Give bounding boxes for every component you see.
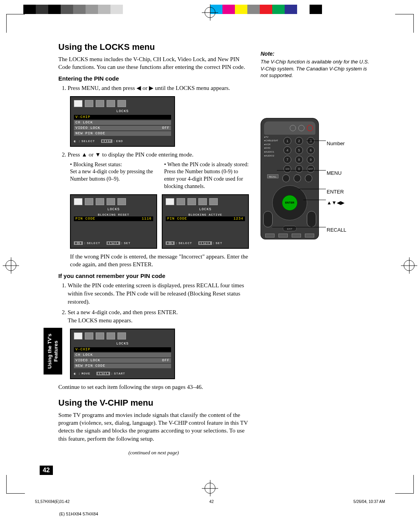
registration-mark	[5, 260, 16, 271]
osd-footer: 0~9:SELECT ENTER:SET	[74, 241, 131, 245]
note-body: The V-Chip function is available only fo…	[261, 58, 369, 79]
forgot-step-2: Set a new 4-digit code, and then press E…	[68, 308, 249, 325]
page-number: 42	[40, 466, 53, 475]
crop-mark	[6, 475, 25, 494]
osd-title: LOCKS	[74, 342, 171, 346]
registration-mark	[404, 260, 415, 271]
osd-title: LOCKS	[166, 207, 245, 211]
osd-value: OFF	[162, 126, 170, 130]
heading-vchip: Using the V-CHIP menu	[58, 398, 249, 408]
heading-enter-pin: Entering the PIN code	[58, 75, 249, 82]
osd-item: CH LOCK	[75, 353, 93, 357]
two-column-notes: Blocking Reset status:Set a new 4-digit …	[70, 161, 249, 191]
osd-item: NEW PIN CODE	[75, 364, 105, 368]
osd-title: LOCKS	[74, 207, 153, 211]
osd-item: PIN CODE	[75, 217, 95, 221]
color-bar	[23, 5, 334, 14]
page-content: Using the TV'sFeatures Using the LOCKS m…	[58, 42, 366, 470]
callout-number: Number	[327, 141, 345, 146]
step-1: Press MENU, and then press ◀ or ▶ until …	[68, 84, 249, 92]
callout-enter: ENTER	[327, 189, 344, 195]
heading-forgot-pin: If you cannot remember your PIN code	[58, 273, 249, 279]
osd-subtitle: BLOCKING RESET	[74, 213, 153, 216]
note-block: Note: The V-Chip function is available o…	[261, 51, 369, 79]
callout-recall: RECALL	[327, 227, 346, 233]
osd-blocking-active: LOCKS BLOCKING ACTIVE PIN CODE1234 0~9:S…	[162, 194, 249, 249]
osd-footer: ◐ :SELECT EXIT:END	[74, 139, 123, 143]
osd-item: VIDEO LOCK	[75, 126, 100, 130]
power-button-icon	[307, 125, 313, 131]
osd-item: VIDEO LOCK	[75, 359, 100, 362]
callout-menu: MENU	[327, 170, 341, 176]
locks-intro: The LOCKS menu includes the V-Chip, CH L…	[58, 55, 249, 71]
continued-note: (continued on next page)	[58, 450, 249, 456]
section-tab: Using the TV'sFeatures	[44, 328, 62, 375]
vchip-intro: Some TV programs and movies include sign…	[58, 411, 249, 443]
crop-mark	[395, 14, 414, 33]
enter-button-icon: ENTER	[282, 195, 298, 211]
osd-item: CH LOCK	[75, 121, 93, 125]
registration-mark	[205, 7, 215, 18]
osd-locks-menu-2: LOCKS V-CHIP CH LOCK VIDEO LOCKOFF NEW P…	[70, 329, 175, 379]
osd-value: OFF	[162, 359, 170, 362]
remote-illustration: ●TV●CABLE/SAT●VCR●DVD●AUDIO1●AUDIO2 123 …	[261, 118, 362, 239]
remote-top-row	[264, 121, 315, 135]
osd-title: LOCKS	[74, 109, 171, 113]
osd-blocking-reset: LOCKS BLOCKING RESET PIN CODE1116 0~9:SE…	[70, 194, 157, 249]
osd-item: V-CHIP	[75, 115, 90, 119]
osd-item: V-CHIP	[75, 348, 90, 352]
osd-item: PIN CODE	[167, 217, 187, 221]
light-button-icon	[290, 125, 296, 131]
device-list: ●TV●CABLE/SAT●VCR●DVD●AUDIO1●AUDIO2	[264, 135, 278, 158]
forgot-step-1: While the PIN code entering screen is di…	[68, 281, 249, 306]
osd-value: 1116	[142, 217, 152, 221]
print-footer: 51,57HX84(E)31-42 42 5/26/04, 10:37 AM	[35, 499, 385, 504]
osd-value: 1234	[233, 217, 243, 221]
osd-subtitle: BLOCKING ACTIVE	[166, 213, 245, 216]
blocking-reset-note: Blocking Reset status:Set a new 4-digit …	[70, 161, 155, 191]
note-heading: Note:	[261, 51, 369, 57]
osd-footer: 0~9:SELECT ENTER:SET	[166, 241, 222, 245]
pin-stored-note: When the PIN code is already stored:Pres…	[164, 161, 249, 191]
sleep-button-icon	[298, 125, 304, 131]
footer-page: 42	[209, 499, 214, 504]
incorrect-pin-note: If the wrong PIN code is entered, the me…	[70, 253, 249, 269]
registration-mark	[205, 483, 215, 494]
callout-arrows: ▲▼◀▶	[327, 200, 345, 206]
step-2: Press ▲ or ▼ to display the PIN code ent…	[68, 151, 249, 159]
ch-rocker-icon	[263, 211, 273, 227]
osd-item: NEW PIN CODE	[75, 132, 105, 135]
footer-timestamp: 5/26/04, 10:37 AM	[354, 499, 385, 504]
osd-footer: ◐ :MOVE ENTER:START	[74, 372, 125, 375]
heading-locks: Using the LOCKS menu	[58, 42, 249, 52]
continue-note: Continue to set each item following the …	[58, 383, 249, 391]
crop-mark	[6, 14, 25, 33]
vol-rocker-icon	[307, 211, 316, 227]
model-number: (E) 51HX84 57HX84	[59, 512, 98, 516]
footer-filename: 51,57HX84(E)31-42	[35, 499, 70, 504]
osd-locks-menu: LOCKS V-CHIP CH LOCK VIDEO LOCKOFF NEW P…	[70, 96, 175, 147]
crop-mark	[395, 475, 414, 494]
